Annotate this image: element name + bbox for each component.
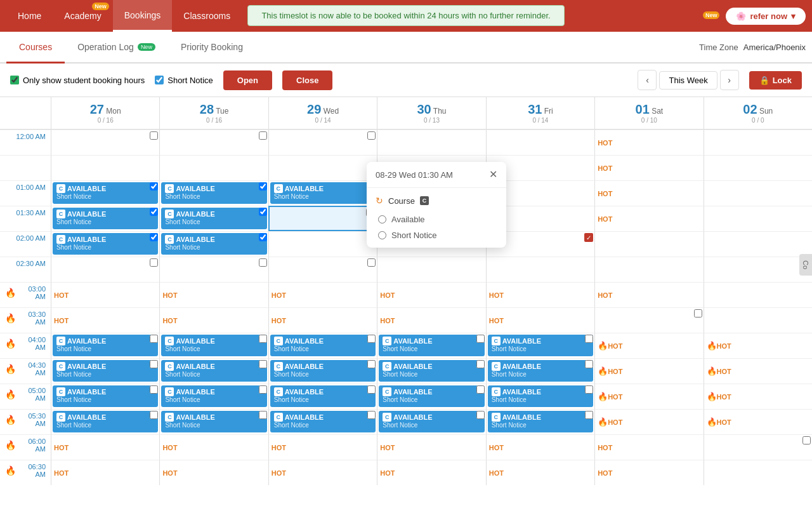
- cell-fri-0230[interactable]: [486, 257, 594, 282]
- checkbox-wed-0500[interactable]: [367, 385, 376, 394]
- cell-mon-0200[interactable]: C AVAILABLE Short Notice: [51, 231, 159, 257]
- available-block-mon-0130[interactable]: C AVAILABLE Short Notice: [53, 208, 158, 229]
- cell-tue-0330[interactable]: HOT: [159, 307, 268, 333]
- checkbox-mon-0100[interactable]: [150, 182, 158, 190]
- cell-tue-0500[interactable]: C AVAILABLE Short Notice: [159, 384, 268, 409]
- cell-thu-0330[interactable]: HOT: [377, 307, 485, 333]
- cell-thu-0430[interactable]: C AVAILABLE Short Notice: [377, 358, 485, 384]
- nav-home[interactable]: Home: [6, 0, 53, 32]
- cell-wed-0600[interactable]: HOT: [268, 434, 377, 460]
- cell-sun-0430[interactable]: 🔥HOT: [704, 358, 812, 384]
- cell-thu-0630[interactable]: HOT: [377, 460, 485, 485]
- cell-sat-0400[interactable]: 🔥HOT: [594, 333, 703, 358]
- cell-mon-0130[interactable]: C AVAILABLE Short Notice: [51, 206, 159, 231]
- checkbox-thu-0500[interactable]: [476, 385, 485, 394]
- cell-mon-0400[interactable]: C AVAILABLE Short Notice: [51, 333, 159, 358]
- cell-tue-0100[interactable]: C AVAILABLE Short Notice: [159, 180, 268, 206]
- cell-sun-0200[interactable]: [704, 231, 812, 257]
- checkbox-mon-0230[interactable]: [150, 258, 158, 267]
- available-block-tue-0130[interactable]: C AVAILABLE Short Notice: [161, 208, 266, 229]
- cell-tue-0600[interactable]: HOT: [159, 434, 268, 460]
- cell-tue-0630[interactable]: HOT: [159, 460, 268, 485]
- available-block-tue-0500[interactable]: C AVAILABLE Short Notice: [161, 385, 266, 407]
- checkbox-mon-0400[interactable]: [150, 335, 158, 343]
- checkbox-wed-1200[interactable]: [367, 131, 376, 140]
- cell-fri-0300[interactable]: HOT: [486, 282, 594, 307]
- cell-sun-0530[interactable]: 🔥HOT: [704, 409, 812, 434]
- cell-tue-0530[interactable]: C AVAILABLE Short Notice: [159, 409, 268, 434]
- available-block-mon-0100[interactable]: C AVAILABLE Short Notice: [53, 182, 158, 204]
- nav-academy[interactable]: Academy New: [53, 0, 112, 32]
- cell-sat-0300[interactable]: HOT: [594, 282, 703, 307]
- cell-mon-0100[interactable]: C AVAILABLE Short Notice: [51, 180, 159, 206]
- cell-sat-0430[interactable]: 🔥HOT: [594, 358, 703, 384]
- available-block-tue-0530[interactable]: C AVAILABLE Short Notice: [161, 411, 266, 432]
- cell-thu-0530[interactable]: C AVAILABLE Short Notice: [377, 409, 485, 434]
- cell-fri-0500[interactable]: C AVAILABLE Short Notice: [486, 384, 594, 409]
- cell-mon-0330[interactable]: HOT: [51, 307, 159, 333]
- cell-sun-0400[interactable]: 🔥HOT: [704, 333, 812, 358]
- checkbox-wed-0230[interactable]: [367, 258, 376, 267]
- cell-sun-0330[interactable]: [704, 307, 812, 333]
- checkbox-tue-0430[interactable]: [259, 360, 267, 368]
- cell-sun-1200[interactable]: [704, 130, 812, 155]
- cell-wed-1230[interactable]: [268, 155, 377, 180]
- radio-short-notice-input[interactable]: [378, 231, 386, 239]
- only-show-checkbox-label[interactable]: Only show student booking hours: [10, 76, 145, 85]
- checkbox-fri-0400[interactable]: [585, 335, 593, 343]
- cell-mon-0500[interactable]: C AVAILABLE Short Notice: [51, 384, 159, 409]
- checkbox-tue-0130[interactable]: [259, 208, 267, 216]
- cell-mon-0430[interactable]: C AVAILABLE Short Notice: [51, 358, 159, 384]
- checkbox-mon-0530[interactable]: [150, 411, 158, 419]
- available-block-thu-0400[interactable]: C AVAILABLE Short Notice: [379, 335, 484, 356]
- cell-wed-0500[interactable]: C AVAILABLE Short Notice: [268, 384, 377, 409]
- cell-mon-0300[interactable]: HOT: [51, 282, 159, 307]
- available-block-fri-0430[interactable]: C AVAILABLE Short Notice: [488, 360, 593, 382]
- lock-button[interactable]: 🔒 Lock: [749, 71, 802, 90]
- checkbox-tue-0230[interactable]: [259, 258, 267, 267]
- available-block-thu-0530[interactable]: C AVAILABLE Short Notice: [379, 411, 484, 432]
- checkbox-tue-0100[interactable]: [259, 182, 267, 190]
- cell-fri-0600[interactable]: HOT: [486, 434, 594, 460]
- cell-fri-0330[interactable]: HOT: [486, 307, 594, 333]
- available-block-tue-0400[interactable]: C AVAILABLE Short Notice: [161, 335, 266, 356]
- checkbox-thu-0530[interactable]: [476, 411, 485, 419]
- available-block-thu-0430[interactable]: C AVAILABLE Short Notice: [379, 360, 484, 382]
- available-block-fri-0400[interactable]: C AVAILABLE Short Notice: [488, 335, 593, 356]
- modal-close-button[interactable]: ✕: [489, 170, 497, 180]
- cell-mon-0230[interactable]: [51, 257, 159, 282]
- available-block-mon-0500[interactable]: C AVAILABLE Short Notice: [53, 385, 158, 407]
- cell-wed-0330[interactable]: HOT: [268, 307, 377, 333]
- cell-wed-0630[interactable]: HOT: [268, 460, 377, 485]
- cell-wed-1200[interactable]: [268, 130, 377, 155]
- checkbox-tue-1200[interactable]: [259, 131, 267, 140]
- checkbox-mon-0500[interactable]: [150, 385, 158, 394]
- tab-operation-log[interactable]: Operation Log New: [65, 32, 168, 64]
- available-block-mon-0400[interactable]: C AVAILABLE Short Notice: [53, 335, 158, 356]
- available-block-mon-0430[interactable]: C AVAILABLE Short Notice: [53, 360, 158, 382]
- available-block-tue-0100[interactable]: C AVAILABLE Short Notice: [161, 182, 266, 204]
- cell-wed-0430[interactable]: C AVAILABLE Short Notice: [268, 358, 377, 384]
- cell-sun-0230[interactable]: [704, 257, 812, 282]
- cell-mon-0600[interactable]: HOT: [51, 434, 159, 460]
- cell-fri-0630[interactable]: HOT: [486, 460, 594, 485]
- cell-tue-0400[interactable]: C AVAILABLE Short Notice: [159, 333, 268, 358]
- available-block-tue-0200[interactable]: C AVAILABLE Short Notice: [161, 233, 266, 255]
- nav-classrooms[interactable]: Classrooms: [172, 0, 242, 32]
- checkbox-tue-0500[interactable]: [259, 385, 267, 394]
- radio-available[interactable]: Available: [378, 215, 497, 224]
- cell-sun-0300[interactable]: [704, 282, 812, 307]
- checkbox-tue-0530[interactable]: [259, 411, 267, 419]
- cell-wed-0530[interactable]: C AVAILABLE Short Notice: [268, 409, 377, 434]
- feedback-tab[interactable]: Co: [799, 254, 812, 276]
- checkbox-mon-0130[interactable]: [150, 208, 158, 216]
- available-block-wed-0100[interactable]: C AVAILABLE Short Notice: [270, 182, 376, 204]
- radio-short-notice[interactable]: Short Notice: [378, 231, 497, 240]
- cell-wed-0130[interactable]: [268, 206, 377, 231]
- available-block-mon-0200[interactable]: C AVAILABLE Short Notice: [53, 233, 158, 255]
- available-block-fri-0500[interactable]: C AVAILABLE Short Notice: [488, 385, 593, 407]
- checkbox-wed-0530[interactable]: [367, 411, 376, 419]
- checkbox-thu-0400[interactable]: [476, 335, 485, 343]
- cell-sat-0200[interactable]: [594, 231, 703, 257]
- cell-mon-1230[interactable]: [51, 155, 159, 180]
